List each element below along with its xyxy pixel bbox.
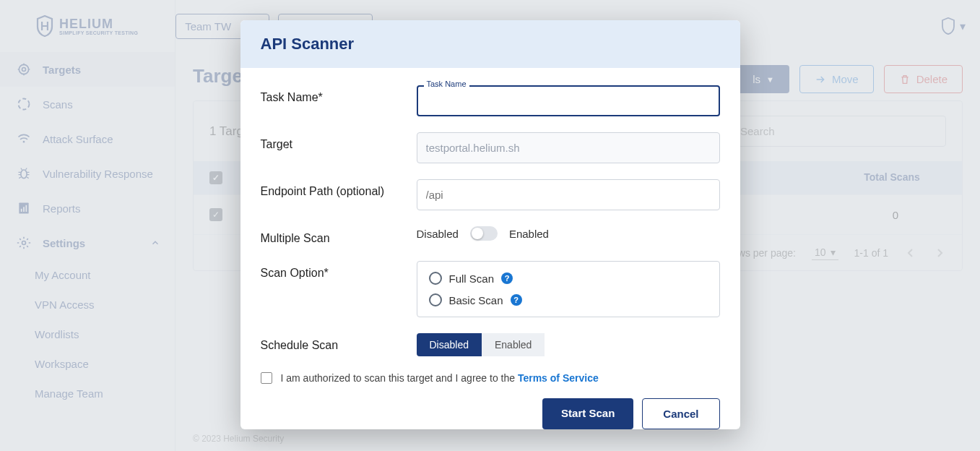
target-input[interactable] (417, 132, 720, 163)
enabled-text: Enabled (509, 228, 549, 240)
authorization-checkbox[interactable] (261, 372, 272, 384)
endpoint-path-input[interactable] (417, 179, 720, 210)
multiple-scan-toggle[interactable] (470, 226, 498, 241)
target-label: Target (261, 132, 405, 151)
radio-icon (429, 293, 442, 306)
schedule-enabled-button[interactable]: Enabled (482, 333, 545, 356)
help-icon[interactable]: ? (501, 272, 513, 284)
task-name-float-label: Task Name (424, 80, 469, 88)
scan-option-label: Scan Option* (261, 261, 405, 280)
full-scan-option[interactable]: Full Scan ? (429, 272, 708, 285)
modal-title: API Scanner (240, 20, 740, 68)
schedule-scan-segment: Disabled Enabled (417, 333, 720, 356)
task-name-input[interactable] (417, 85, 720, 116)
task-name-label: Task Name* (261, 85, 405, 104)
start-scan-button[interactable]: Start Scan (542, 398, 633, 429)
disabled-text: Disabled (417, 228, 459, 240)
help-icon[interactable]: ? (511, 294, 522, 306)
radio-icon (429, 272, 442, 285)
basic-scan-option[interactable]: Basic Scan ? (429, 293, 708, 306)
terms-of-service-link[interactable]: Terms of Service (518, 372, 599, 384)
schedule-disabled-button[interactable]: Disabled (417, 333, 482, 356)
multiple-scan-label: Multiple Scan (261, 226, 405, 245)
authorization-text: I am authorized to scan this target and … (281, 372, 518, 384)
api-scanner-modal: API Scanner Task Name* Task Name Target … (240, 20, 740, 429)
cancel-button[interactable]: Cancel (642, 398, 719, 429)
authorization-row: I am authorized to scan this target and … (261, 372, 720, 384)
schedule-scan-label: Schedule Scan (261, 333, 405, 352)
endpoint-path-label: Endpoint Path (optional) (261, 179, 405, 198)
